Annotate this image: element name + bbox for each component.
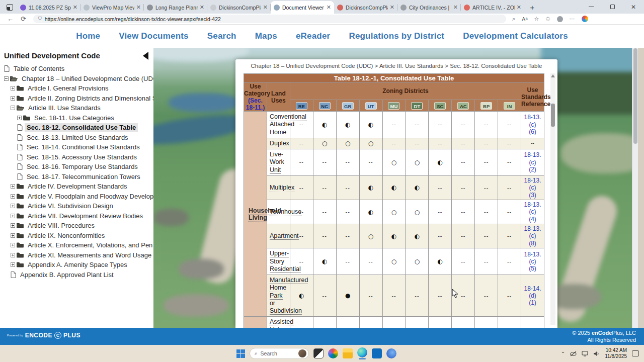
district-badge-mu[interactable]: MU <box>388 102 399 110</box>
tree-item-appendix-b-approved-plant-list[interactable]: Appendix B. Approved Plant List <box>2 270 153 280</box>
tree-item-sec-18-14-conditional-use-standards[interactable]: Sec. 18-14. Conditional Use Standards <box>2 142 153 152</box>
district-badge-sc[interactable]: SC <box>434 102 446 110</box>
settings-menu-icon[interactable]: ⋯ <box>570 16 575 22</box>
expand-plus-icon[interactable] <box>11 253 15 257</box>
district-badge-bp[interactable]: BP <box>480 102 492 110</box>
tab-close-icon[interactable]: ✕ <box>263 4 268 11</box>
document-scrollbar[interactable] <box>550 73 555 325</box>
expand-plus-icon[interactable] <box>11 214 15 218</box>
tree-item-table-of-contents[interactable]: Table of Contents <box>2 64 153 74</box>
sidebar-collapse-icon[interactable] <box>143 52 148 60</box>
tree-item-sec-18-12-consolidated-use-table[interactable]: Sec. 18-12. Consolidated Use Table <box>2 123 153 133</box>
tab-close-icon[interactable]: ✕ <box>517 4 521 11</box>
copilot-icon[interactable] <box>582 16 588 22</box>
tree-item-sec-18-13-limited-use-standards[interactable]: Sec. 18-13. Limited Use Standards <box>2 133 153 143</box>
tab-close-icon[interactable]: ✕ <box>327 4 331 11</box>
expand-plus-icon[interactable] <box>11 184 15 189</box>
expand-plus-icon[interactable] <box>11 262 15 267</box>
use-standards-ref-link[interactable]: 18-13.(c) (8) <box>521 224 544 248</box>
scroll-up-icon[interactable] <box>551 74 555 77</box>
tab-close-icon[interactable]: ✕ <box>390 4 394 11</box>
tree-item-article-xi-measurements-and-word-usage[interactable]: Article XI. Measurements and Word Usage <box>2 250 153 260</box>
tab-close-icon[interactable]: ✕ <box>136 4 141 11</box>
nav-link-view-documents[interactable]: View Documents <box>119 31 189 41</box>
tree-item-article-i-general-provisions[interactable]: Article I. General Provisions <box>2 83 153 94</box>
nav-link-regulations-by-district[interactable]: Regulations by District <box>349 31 444 41</box>
tree-item-article-iii-use-standards[interactable]: Article III. Use Standards <box>2 103 153 113</box>
use-standards-ref-link[interactable]: 18-13.(c) (4) <box>521 200 544 224</box>
profile-avatar[interactable] <box>557 16 563 22</box>
back-button[interactable]: ← <box>7 15 14 23</box>
district-badge-gr[interactable]: GR <box>342 102 354 110</box>
district-badge-ac[interactable]: AC <box>457 102 469 110</box>
browser-tab[interactable]: DickinsonCompPlan2024_C✕ <box>334 1 397 14</box>
expand-plus-icon[interactable] <box>11 204 15 208</box>
browser-tab[interactable]: Document Viewer | Unified✕ <box>271 1 334 14</box>
tray-network-icon[interactable] <box>582 351 588 356</box>
sec-18-11-link[interactable]: (Sec. 18-11.) <box>246 97 265 111</box>
browser-tab[interactable]: ARTICLE IV. - ZONING DIST✕ <box>461 1 524 14</box>
taskbar-clock[interactable]: 10:42 AM 11/8/2025 <box>605 347 627 359</box>
tree-item-article-ii-zoning-districts-and-dimensio[interactable]: Article II. Zoning Districts and Dimensi… <box>2 94 153 104</box>
collapse-minus-icon[interactable] <box>11 106 15 110</box>
photos-app-icon[interactable] <box>328 348 338 358</box>
browser-tab[interactable]: 11.08.2025 PZ Special Mee✕ <box>17 1 80 14</box>
use-standards-ref-link[interactable]: 18-13.(c) (5) <box>521 248 544 275</box>
expand-plus-icon[interactable] <box>11 233 15 238</box>
use-standards-ref-link[interactable]: 18-13.(c) (2) <box>521 149 544 176</box>
use-standards-ref-link[interactable]: 18-14.(d) (1) <box>521 275 544 317</box>
expand-plus-icon[interactable] <box>11 194 15 199</box>
file-explorer-icon[interactable] <box>343 348 353 358</box>
nav-link-search[interactable]: Search <box>207 31 236 41</box>
land-use-link[interactable]: Townhouse <box>270 208 301 216</box>
browser-tab[interactable]: DickinsonCompPlan2024_C✕ <box>207 1 271 14</box>
refresh-button[interactable]: ⟳ <box>21 15 26 23</box>
tree-item-sec-18-16-temporary-use-standards[interactable]: Sec. 18-16. Temporary Use Standards <box>2 162 153 172</box>
expand-plus-icon[interactable] <box>11 243 15 247</box>
minimize-button[interactable] <box>581 0 602 14</box>
nav-link-development-calculators[interactable]: Development Calculators <box>463 31 568 41</box>
zoom-icon[interactable]: ⌕ <box>512 16 515 22</box>
tree-item-sec-18-11-use-categories[interactable]: Sec. 18-11. Use Categories <box>2 113 153 123</box>
nav-link-ereader[interactable]: eReader <box>296 31 331 41</box>
land-use-link[interactable]: Duplex <box>270 140 289 147</box>
favorites-icon[interactable]: ☆ <box>534 16 539 22</box>
taskbar-search[interactable]: ⌕ Search <box>250 348 309 359</box>
use-standards-ref-link[interactable]: 18-13.(c) (6) <box>521 112 544 138</box>
browser-tab[interactable]: Long Range Planning | Dic✕ <box>144 1 207 14</box>
nav-link-home[interactable]: Home <box>76 31 100 41</box>
land-use-link[interactable]: Live-Work Unit <box>270 151 284 174</box>
tree-item-article-viii-procedures[interactable]: Article VIII. Procedures <box>2 221 153 231</box>
tree-item-sec-18-17-telecommunication-towers[interactable]: Sec. 18-17. Telecommunication Towers <box>2 172 153 182</box>
land-use-link[interactable]: Apartment <box>270 232 299 240</box>
tab-search-icon[interactable] <box>3 2 16 13</box>
page-scrollbar[interactable] <box>632 48 638 328</box>
district-badge-re[interactable]: RE <box>296 102 307 110</box>
encodeplus-logo[interactable]: Powered by ENCODE C PLUS <box>7 332 80 339</box>
tree-item-article-ix-nonconformities[interactable]: Article IX. Nonconformities <box>2 231 153 241</box>
tab-close-icon[interactable]: ✕ <box>453 4 458 11</box>
collapse-minus-icon[interactable] <box>4 76 9 81</box>
notification-center-icon[interactable] <box>632 350 639 356</box>
browser-tab[interactable]: City Ordinances | Dickinso✕ <box>397 1 461 14</box>
paint-app-icon[interactable] <box>386 348 396 358</box>
maximize-button[interactable] <box>602 0 623 14</box>
tab-close-icon[interactable]: ✕ <box>200 4 204 11</box>
tree-item-sec-18-15-accessory-use-standards[interactable]: Sec. 18-15. Accessory Use Standards <box>2 152 153 162</box>
expand-plus-icon[interactable] <box>11 96 15 101</box>
close-button[interactable]: ✕ <box>623 0 644 14</box>
district-badge-dt[interactable]: DT <box>411 102 423 110</box>
tree-item-article-iv-development-standards[interactable]: Article IV. Development Standards <box>2 182 153 192</box>
tray-onedrive-icon[interactable] <box>570 351 577 356</box>
tree-item-chapter-18-unified-development-code-udc-[interactable]: Chapter 18 – Unified Development Code (U… <box>2 74 153 84</box>
document-scrollbar-thumb[interactable] <box>551 104 555 127</box>
start-button[interactable] <box>236 349 245 358</box>
browser-tab[interactable]: ViewPro Map Viewer✕ <box>80 1 144 14</box>
land-use-link[interactable]: Multiplex <box>270 184 294 192</box>
nav-link-maps[interactable]: Maps <box>255 31 277 41</box>
page-scrollbar-thumb[interactable] <box>633 48 637 144</box>
use-standards-ref-link[interactable]: 18-13.(c) (3) <box>521 175 544 200</box>
tree-item-appendix-a-amenity-space-types[interactable]: Appendix A. Amenity Space Types <box>2 260 153 270</box>
tab-close-icon[interactable]: ✕ <box>73 4 77 11</box>
new-tab-button[interactable]: + <box>526 1 538 13</box>
